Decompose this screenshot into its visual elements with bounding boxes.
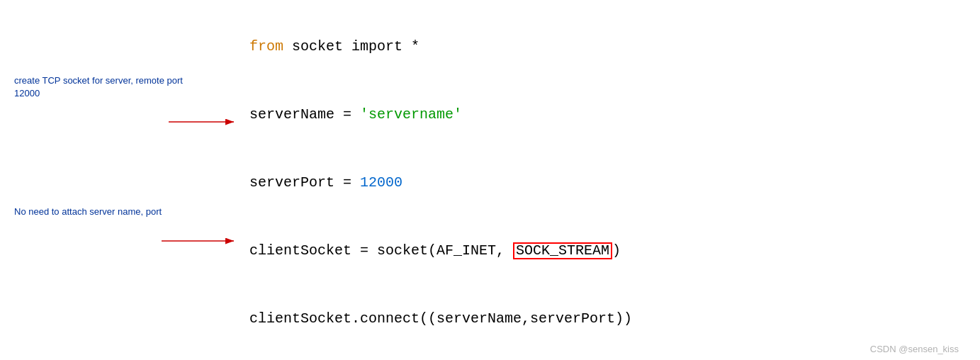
code-servername-var: serverName = — [249, 106, 360, 123]
annotation2-text: No need to attach server name, port — [14, 206, 162, 217]
code-clientsocket-assign: clientSocket = socket(AF_INET, — [249, 242, 513, 259]
code-area: from socket import * serverName = 'serve… — [184, 7, 980, 353]
code-connect: clientSocket.connect((serverName,serverP… — [249, 310, 632, 327]
annotation1-text: create TCP socket for server, remote por… — [14, 75, 183, 99]
code-line-4: clientSocket = socket(AF_INET, SOCK_STRE… — [198, 217, 966, 285]
code-line-1: from socket import * — [198, 13, 966, 81]
code-serverport-num: 12000 — [360, 174, 402, 191]
annotations-column: create TCP socket for server, remote por… — [0, 7, 184, 353]
code-line4-close: ) — [612, 242, 621, 259]
main-container: create TCP socket for server, remote por… — [0, 0, 980, 360]
code-serverport-var: serverPort = — [249, 174, 360, 191]
code-line-6: sentence = input('Input lowercase senten… — [198, 353, 966, 360]
sock-stream-highlighted: SOCK_STREAM — [513, 242, 612, 259]
code-line-2: serverName = 'servername' — [198, 81, 966, 149]
watermark: CSDN @sensen_kiss — [870, 344, 959, 354]
code-line-5: clientSocket.connect((serverName,serverP… — [198, 285, 966, 353]
annotation1-block: create TCP socket for server, remote por… — [14, 74, 184, 100]
code-servername-str: 'servername' — [360, 106, 462, 123]
code-line-1-rest: socket import * — [283, 38, 419, 55]
keyword-from: from — [249, 38, 283, 55]
code-line-3: serverPort = 12000 — [198, 149, 966, 217]
annotation2-block: No need to attach server name, port — [14, 206, 162, 218]
